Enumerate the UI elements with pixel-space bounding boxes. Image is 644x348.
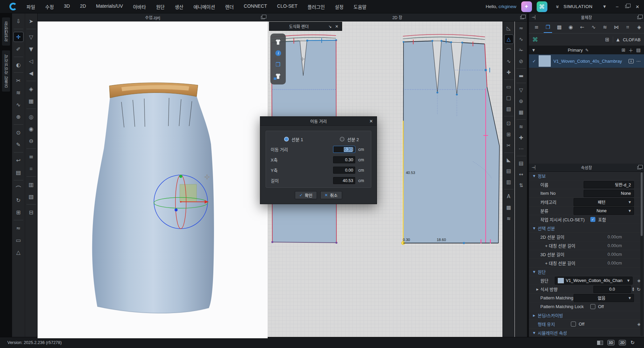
cancel-button[interactable]: ✕취소 [320, 191, 342, 199]
menu-item-clo-set[interactable]: CLO-SET [277, 3, 298, 10]
buttonhole-icon[interactable]: ⊖ [26, 136, 36, 146]
select-mesh-icon[interactable]: ✐ [13, 44, 23, 54]
segment1-radio[interactable] [284, 137, 289, 141]
fabric-group-header[interactable]: ▼ Primary ✎ ⊞ ＋ ▤ [529, 46, 644, 54]
menu-item-플러그인[interactable]: 플러그인 [308, 3, 325, 10]
puckering-tab-icon[interactable]: ≋ [601, 22, 609, 33]
grading-icon[interactable]: ▤ [504, 166, 514, 176]
wrap-rotate-icon[interactable]: ↻ [13, 195, 23, 205]
menu-item-파일[interactable]: 파일 [26, 3, 35, 10]
squeeze-icon[interactable]: ⊟ [26, 207, 36, 217]
quilt-icon[interactable]: ▤ [517, 159, 526, 168]
bow-tab-icon[interactable]: ⋈ [612, 22, 621, 33]
menu-item-materials-uv[interactable]: Materials/UV [96, 3, 123, 10]
rect-pattern-icon[interactable]: □ [504, 93, 514, 103]
layer-icon[interactable]: ⇅ [517, 181, 526, 190]
scrollbar-thumb[interactable] [641, 172, 643, 236]
sewing-edit-icon[interactable]: ✂ [13, 75, 23, 85]
2d-view-toggle[interactable]: 2D [619, 340, 626, 345]
text-icon[interactable]: A [504, 192, 514, 201]
section-arrow-icon[interactable]: ▼ [533, 270, 536, 274]
close-button[interactable]: ✕ [636, 4, 639, 9]
button-select-icon[interactable]: ◎ [26, 112, 36, 122]
dock-window-icon[interactable]: ↘ [328, 24, 332, 29]
split-view-icon[interactable] [597, 341, 603, 345]
pen-3d-icon[interactable]: ✎ [13, 139, 23, 150]
stretch-icon[interactable]: ↔ [517, 170, 526, 179]
float-window-icon[interactable] [637, 166, 641, 169]
graphic-tab-icon[interactable]: ▩ [555, 22, 564, 33]
section-arrow-icon[interactable]: ▼ [533, 227, 536, 230]
sewing-edit-2d-icon[interactable]: ✁ [517, 46, 526, 55]
ai-wand-button[interactable]: ✦ [521, 1, 532, 12]
category-select[interactable]: 패턴▼ [574, 198, 634, 206]
pattern-piece-back[interactable] [401, 39, 499, 245]
shirring-icon[interactable]: ≋ [517, 122, 526, 131]
garment-view-icon[interactable] [274, 39, 282, 45]
arrow-tab-icon[interactable]: ← [578, 22, 586, 33]
free-sewing-2d-icon[interactable]: ∿ [517, 35, 526, 44]
garment-fit-icon[interactable]: ▽ [517, 85, 526, 95]
notch-icon[interactable]: ◣ [504, 155, 514, 165]
fabric-select[interactable]: V1_Woven_Cotton_40s_Chan▼ [555, 277, 633, 285]
schematic-render-window[interactable]: 도식화 렌더 ↘ ✕ [269, 22, 342, 31]
y-axis-input[interactable]: 0.00 [333, 167, 355, 174]
gizmo-pan-icon[interactable]: ✜ [204, 173, 210, 181]
scene-list-tab-icon[interactable]: ≡ [532, 22, 541, 33]
fabric-tab-icon[interactable]: ❐ [544, 22, 552, 33]
pin-icon[interactable]: ⊙ [13, 127, 23, 137]
dialog-titlebar[interactable]: 이동 거리 ✕ [260, 117, 377, 126]
menu-item-connect[interactable]: CONNECT [244, 3, 267, 10]
dialog-close-icon[interactable]: ✕ [369, 119, 373, 124]
add-fabric-file-icon[interactable]: ⊞ [605, 37, 609, 43]
arrangement-points-icon[interactable]: ▤ [13, 167, 23, 177]
menu-item-3d[interactable]: 3D [64, 3, 70, 10]
drape-side-icon[interactable]: ◁ [26, 56, 36, 66]
menu-item-애니메이션[interactable]: 애니메이션 [194, 3, 215, 10]
float-window-icon[interactable] [637, 16, 641, 19]
collapse-panel-icon[interactable]: → [532, 165, 535, 170]
minimize-button[interactable]: – [616, 4, 619, 9]
auto-sewing-icon[interactable]: ⊕ [13, 112, 23, 122]
collapse-group-icon[interactable]: ▼ [532, 48, 535, 52]
menu-item-원단[interactable]: 원단 [156, 3, 165, 10]
zipper-tab-icon[interactable]: ⌗ [624, 22, 632, 33]
grain-input[interactable]: 0.0 [593, 286, 631, 293]
simulate-icon[interactable]: ⇩ [13, 16, 23, 26]
clo-set-link-icon[interactable]: ⌘ [532, 36, 538, 43]
pattern-matching-lock-checkbox[interactable] [590, 304, 595, 309]
name-input[interactable]: 뒷판-d_2 [584, 181, 634, 188]
dart-icon[interactable]: ▧ [504, 104, 514, 114]
3d-view-toggle[interactable]: 3D [607, 340, 614, 345]
fabric-spray-icon[interactable]: ⊚ [517, 97, 526, 106]
folder-icon[interactable]: ▤ [636, 47, 641, 53]
garment-measure-icon[interactable]: △ [13, 247, 23, 257]
clo-set-button[interactable]: ⌘ [537, 1, 547, 12]
menu-item-설정[interactable]: 설정 [335, 3, 343, 10]
username-link[interactable]: crkginew [498, 4, 516, 9]
transform-pattern-icon[interactable]: ◺ [504, 23, 514, 33]
refresh-icon[interactable]: ↻ [630, 340, 635, 346]
edit-curvature-icon[interactable]: ⌒ [504, 46, 514, 55]
segment-sewing-2d-icon[interactable]: ≈ [517, 23, 526, 33]
fabric-view-icon[interactable]: ❐ [276, 61, 280, 68]
restore-button[interactable] [625, 5, 629, 8]
menu-item-도움말[interactable]: 도움말 [354, 3, 367, 10]
edit-curve-point-icon[interactable]: ∿ [504, 57, 514, 66]
edit-group-icon[interactable]: ✎ [585, 48, 589, 53]
download-fabric-icon[interactable]: ↓ [629, 59, 634, 63]
add-point-icon[interactable]: ✚ [504, 68, 514, 77]
topstitch-tab-icon[interactable]: ∿ [589, 22, 598, 33]
wrap-cylinder-icon[interactable]: ⌒ [13, 183, 23, 193]
texture-2d-icon[interactable]: ▦ [517, 108, 526, 117]
class-select[interactable]: None▼ [574, 207, 634, 215]
spinner-arrows[interactable]: ▲▼ [632, 287, 634, 292]
drape-fit-icon[interactable]: ◀ [26, 68, 36, 78]
select-move-icon[interactable]: ✛ [13, 32, 23, 42]
section-arrow-icon[interactable]: ▼ [533, 174, 536, 178]
menu-item-아바타[interactable]: 아바타 [133, 3, 146, 10]
basting-icon[interactable]: ⋯ [517, 144, 526, 154]
fabric-more-icon[interactable]: ⋯ [636, 59, 641, 64]
button-icon[interactable]: ◉ [26, 124, 36, 134]
pattern-matching-select[interactable]: 없음▼ [574, 294, 634, 302]
